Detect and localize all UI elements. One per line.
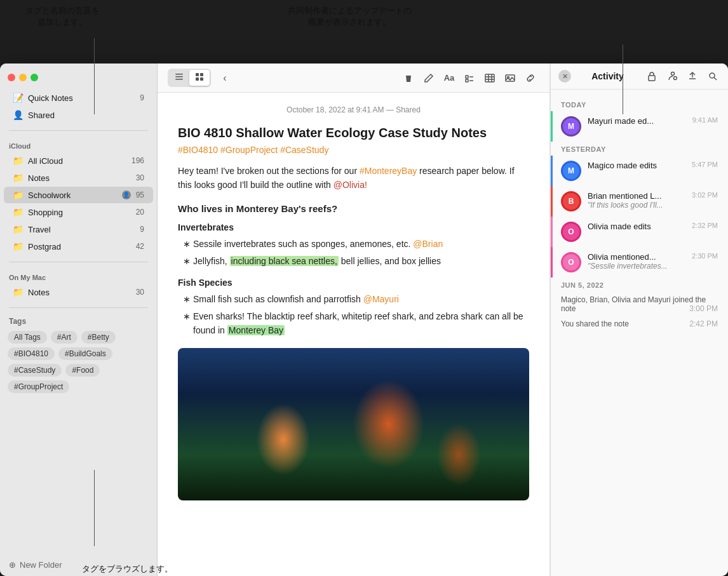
join-time: 3:00 PM [689,304,718,313]
svg-rect-1 [175,76,183,77]
sidebar-count-notes-icloud: 30 [136,173,144,182]
font-button[interactable]: Aa [440,69,458,87]
tag-casestudy[interactable]: #CaseStudy [8,364,62,377]
hashtag-casestudy[interactable]: #CaseStudy [280,145,328,155]
sidebar-label-shared: Shared [28,111,144,120]
hashtag-groupproject[interactable]: #GroupProject [220,145,278,155]
edit-button[interactable] [420,69,438,87]
brian-mention[interactable]: @Brian [413,239,443,249]
monterey-bay-link[interactable]: #MontereyBay [360,166,417,176]
annotation-activity: 共同制作者によるアップデートの概要が表示されます。 [267,5,432,28]
list-view-button[interactable] [169,70,189,86]
activity-magico[interactable]: M Magico made edits 5:47 PM [551,156,728,186]
section1-title: Who lives in Monterey Bay's reefs? [178,201,529,217]
share-collab-button[interactable] [664,69,680,84]
activity-toolbar: ✕ Activity [551,64,728,90]
activity-magico-content: Magico made edits [588,161,685,170]
activity-close-button[interactable]: ✕ [558,70,571,83]
sidebar-item-quick-notes[interactable]: 📝 Quick Notes 9 [4,90,153,106]
activity-olivia1[interactable]: O Olivia made edits 2:32 PM [551,217,728,247]
media-button[interactable] [501,69,519,87]
activity-mayuri[interactable]: M Mayuri made ed... 9:41 AM [551,111,728,142]
back-button[interactable]: ‹ [216,69,234,87]
notes-mac-icon: 📁 [13,287,23,297]
sidebar-item-travel[interactable]: 📁 Travel 9 [4,221,153,238]
avatar-mayuri: M [561,116,581,137]
mayuri-activity-name: Mayuri made ed... [588,116,686,126]
maximize-button[interactable] [30,74,38,81]
shared-label: You shared the note [561,319,629,328]
sidebar-label-postgrad: Postgrad [28,242,131,251]
olivia-mention[interactable]: @Olivia! [334,180,367,190]
tag-groupproject[interactable]: #GroupProject [8,380,69,393]
sidebar-item-postgrad[interactable]: 📁 Postgrad 42 [4,238,153,255]
lock-button[interactable] [644,69,659,84]
svg-rect-7 [466,76,468,78]
note-content: October 18, 2022 at 9:41 AM — Shared BIO… [158,93,549,576]
sidebar-section-special: 📝 Quick Notes 9 👤 Shared [0,86,157,126]
magico-activity-name: Magico made edits [588,161,685,170]
annotation-tags: タグと名前の言及を追加します。 [5,5,119,28]
tag-art[interactable]: #Art [51,331,78,344]
svg-point-21 [710,73,715,78]
olivia2-activity-name: Olivia mentioned... [588,252,685,262]
minimize-button[interactable] [19,74,27,81]
activity-magico-wrapper: M Magico made edits 5:47 PM [551,156,728,186]
table-button[interactable] [481,69,499,87]
share-time: 2:42 PM [689,319,718,328]
tag-all-tags[interactable]: All Tags [8,331,47,344]
sidebar-item-shared[interactable]: 👤 Shared [4,107,153,123]
tag-buildgoals[interactable]: #BuildGoals [58,347,112,360]
close-button[interactable] [8,74,15,81]
schoolwork-icon: 📁 [13,190,23,200]
svg-point-20 [674,77,677,80]
sidebar-item-notes-icloud[interactable]: 📁 Notes 30 [4,170,153,186]
export-button[interactable] [685,69,700,84]
magico-activity-time: 5:47 PM [692,161,718,168]
sidebar-label-shopping: Shopping [28,208,131,217]
svg-rect-11 [485,74,494,82]
activity-olivia2[interactable]: O Olivia mentioned... "Sessile invertebr… [551,247,728,278]
sidebar-item-all-icloud[interactable]: 📁 All iCloud 196 [4,152,153,169]
activity-olivia2-content: Olivia mentioned... "Sessile invertebrat… [588,252,685,271]
svg-rect-3 [196,73,199,76]
sidebar-item-shopping[interactable]: 📁 Shopping 20 [4,204,153,220]
sidebar-label-travel: Travel [28,225,135,234]
new-folder-button[interactable]: ⊕ New Folder [0,554,157,576]
activity-brian-wrapper: B Brian mentioned L... "If this looks go… [551,186,728,217]
brian-activity-time: 3:02 PM [692,191,718,199]
all-icloud-icon: 📁 [13,156,23,166]
bullet-1: Sessile invertebrates such as sponges, a… [183,237,529,251]
tag-betty[interactable]: #Betty [81,331,116,344]
activity-brian[interactable]: B Brian mentioned L... "If this looks go… [551,186,728,217]
notes-icloud-icon: 📁 [13,173,23,183]
mayuri-mention[interactable]: @Mayuri [363,294,399,304]
tags-section: Tags All Tags #Art #Betty #BIO4810 #Buil… [0,312,157,554]
activity-olivia1-wrapper: O Olivia made edits 2:32 PM [551,217,728,247]
sidebar-item-schoolwork[interactable]: 📁 Schoolwork 👤 95 [4,187,153,203]
tag-bio4810[interactable]: #BIO4810 [8,347,55,360]
tags-header: Tags [8,317,149,326]
svg-rect-6 [200,77,203,81]
sidebar-section-icloud: iCloud 📁 All iCloud 196 📁 Notes 30 📁 Sch… [0,135,157,258]
activity-olivia2-wrapper: O Olivia mentioned... "Sessile invertebr… [551,247,728,278]
today-header: TODAY [551,97,728,111]
delete-button[interactable] [400,69,417,87]
icloud-header: iCloud [0,137,157,152]
brian-activity-name: Brian mentioned L... [588,191,685,201]
sidebar-item-notes-mac[interactable]: 📁 Notes 30 [4,284,153,300]
note-toolbar: ‹ Aa [158,64,549,93]
svg-rect-9 [466,79,468,82]
grid-view-button[interactable] [189,70,210,86]
sidebar-count-quick-notes: 9 [140,93,144,102]
checklist-button[interactable] [461,69,478,87]
search-button[interactable] [705,69,720,84]
tag-food[interactable]: #Food [65,364,100,377]
sidebar-count-travel: 9 [140,225,144,234]
divider-1 [9,130,148,131]
join-names: Magico, Brian, Olivia and Mayuri joined … [561,295,706,313]
link-button[interactable] [522,69,539,87]
highlight-nettles: including black sea nettles, [230,256,339,266]
sidebar-count-notes-mac: 30 [136,288,144,297]
hashtag-bio4810[interactable]: #BIO4810 [178,145,218,155]
